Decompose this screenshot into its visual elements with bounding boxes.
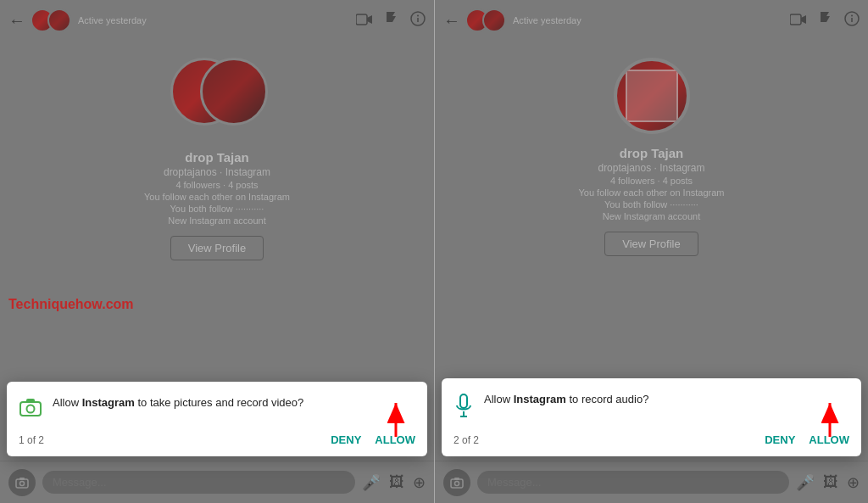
dialog-text-1: Allow Instagram to take pictures and rec…	[53, 395, 303, 411]
dialog-text-before-1: Allow	[53, 396, 82, 409]
dialog-text-before-2: Allow	[484, 393, 514, 405]
camera-icon-1	[19, 397, 42, 423]
dialog-brand-2: Instagram	[514, 393, 566, 405]
svg-rect-5	[20, 402, 41, 416]
phone-screen-2: ← Active yesterday	[434, 0, 868, 503]
arrow-allow-1	[345, 377, 413, 445]
dialog-brand-1: Instagram	[82, 396, 135, 409]
dialog-count-2: 2 of 2	[453, 434, 479, 446]
dialog-text-after-1: to take pictures and record video?	[135, 396, 303, 409]
dialog-count-1: 1 of 2	[19, 434, 44, 446]
dialog-text-2: Allow Instagram to record audio?	[484, 392, 648, 407]
svg-rect-17	[460, 394, 467, 408]
phone-screen-1: ← Active yesterday	[0, 0, 434, 503]
dialog-text-after-2: to record audio?	[566, 393, 649, 405]
svg-rect-7	[26, 399, 35, 403]
mic-dialog-icon-2	[453, 394, 474, 423]
svg-point-6	[27, 405, 35, 413]
arrow-allow-2	[779, 377, 847, 445]
